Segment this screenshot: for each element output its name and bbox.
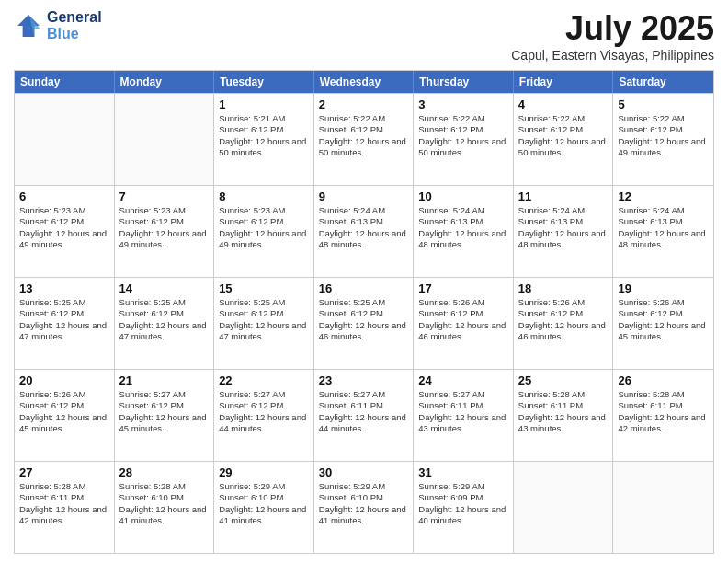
sunset-text: Sunset: 6:12 PM <box>518 308 609 319</box>
sunrise-text: Sunrise: 5:27 AM <box>219 389 309 400</box>
logo-icon <box>14 11 43 40</box>
calendar-cell: 20Sunrise: 5:26 AMSunset: 6:12 PMDayligh… <box>15 370 115 461</box>
sunset-text: Sunset: 6:11 PM <box>618 400 709 411</box>
sunrise-text: Sunrise: 5:26 AM <box>418 297 508 308</box>
sunrise-text: Sunrise: 5:23 AM <box>19 205 109 216</box>
sunrise-text: Sunrise: 5:29 AM <box>418 481 508 492</box>
sunset-text: Sunset: 6:10 PM <box>319 492 409 503</box>
sunrise-text: Sunrise: 5:28 AM <box>19 481 109 492</box>
calendar-row: 13Sunrise: 5:25 AMSunset: 6:12 PMDayligh… <box>15 277 713 369</box>
calendar-cell: 28Sunrise: 5:28 AMSunset: 6:10 PMDayligh… <box>115 462 215 553</box>
sunrise-text: Sunrise: 5:27 AM <box>119 389 210 400</box>
sunset-text: Sunset: 6:10 PM <box>119 492 210 503</box>
sunset-text: Sunset: 6:13 PM <box>319 216 409 227</box>
calendar-cell: 16Sunrise: 5:25 AMSunset: 6:12 PMDayligh… <box>314 278 415 369</box>
daylight-text: Daylight: 12 hours and 44 minutes. <box>219 412 309 435</box>
calendar-cell: 8Sunrise: 5:23 AMSunset: 6:12 PMDaylight… <box>214 186 314 277</box>
daylight-text: Daylight: 12 hours and 41 minutes. <box>319 504 409 527</box>
daylight-text: Daylight: 12 hours and 47 minutes. <box>219 320 309 343</box>
day-number: 30 <box>319 465 409 479</box>
sunrise-text: Sunrise: 5:26 AM <box>618 297 709 308</box>
sunset-text: Sunset: 6:11 PM <box>418 400 508 411</box>
daylight-text: Daylight: 12 hours and 47 minutes. <box>119 320 210 343</box>
sunset-text: Sunset: 6:12 PM <box>119 400 210 411</box>
calendar-cell: 29Sunrise: 5:29 AMSunset: 6:10 PMDayligh… <box>214 462 314 553</box>
calendar-cell: 21Sunrise: 5:27 AMSunset: 6:12 PMDayligh… <box>115 370 215 461</box>
day-number: 28 <box>119 465 210 479</box>
calendar-cell: 2Sunrise: 5:22 AMSunset: 6:12 PMDaylight… <box>314 94 415 185</box>
daylight-text: Daylight: 12 hours and 49 minutes. <box>119 228 210 251</box>
sunrise-text: Sunrise: 5:24 AM <box>319 205 409 216</box>
daylight-text: Daylight: 12 hours and 48 minutes. <box>418 228 508 251</box>
sunrise-text: Sunrise: 5:27 AM <box>418 389 508 400</box>
day-number: 3 <box>418 98 508 111</box>
calendar-cell <box>115 94 215 185</box>
calendar-cell: 15Sunrise: 5:25 AMSunset: 6:12 PMDayligh… <box>214 278 314 369</box>
daylight-text: Daylight: 12 hours and 50 minutes. <box>219 136 309 159</box>
sunrise-text: Sunrise: 5:28 AM <box>518 389 609 400</box>
header-day: Monday <box>115 71 215 93</box>
sunset-text: Sunset: 6:12 PM <box>418 308 508 319</box>
calendar-cell: 27Sunrise: 5:28 AMSunset: 6:11 PMDayligh… <box>15 462 115 553</box>
daylight-text: Daylight: 12 hours and 49 minutes. <box>618 136 709 159</box>
daylight-text: Daylight: 12 hours and 41 minutes. <box>119 504 210 527</box>
calendar-header: SundayMondayTuesdayWednesdayThursdayFrid… <box>15 71 713 93</box>
sunrise-text: Sunrise: 5:27 AM <box>319 389 409 400</box>
day-number: 12 <box>618 190 709 203</box>
calendar-row: 1Sunrise: 5:21 AMSunset: 6:12 PMDaylight… <box>15 93 713 185</box>
daylight-text: Daylight: 12 hours and 45 minutes. <box>618 320 709 343</box>
daylight-text: Daylight: 12 hours and 49 minutes. <box>19 228 109 251</box>
day-number: 4 <box>518 98 609 111</box>
calendar-cell: 9Sunrise: 5:24 AMSunset: 6:13 PMDaylight… <box>314 186 415 277</box>
day-number: 14 <box>119 282 210 295</box>
day-number: 20 <box>19 373 109 387</box>
sunset-text: Sunset: 6:12 PM <box>19 400 109 411</box>
daylight-text: Daylight: 12 hours and 46 minutes. <box>518 320 609 343</box>
calendar: SundayMondayTuesdayWednesdayThursdayFrid… <box>14 70 714 554</box>
day-number: 1 <box>219 98 309 111</box>
daylight-text: Daylight: 12 hours and 40 minutes. <box>418 504 508 527</box>
day-number: 25 <box>518 373 609 387</box>
sunset-text: Sunset: 6:12 PM <box>618 308 709 319</box>
sunrise-text: Sunrise: 5:25 AM <box>319 297 409 308</box>
daylight-text: Daylight: 12 hours and 43 minutes. <box>518 412 609 435</box>
daylight-text: Daylight: 12 hours and 44 minutes. <box>319 412 409 435</box>
sunset-text: Sunset: 6:11 PM <box>319 400 409 411</box>
day-number: 13 <box>19 282 109 295</box>
sunset-text: Sunset: 6:12 PM <box>219 400 309 411</box>
calendar-cell: 13Sunrise: 5:25 AMSunset: 6:12 PMDayligh… <box>15 278 115 369</box>
sunset-text: Sunset: 6:12 PM <box>19 308 109 319</box>
day-number: 8 <box>219 190 309 203</box>
calendar-cell: 31Sunrise: 5:29 AMSunset: 6:09 PMDayligh… <box>414 462 514 553</box>
header-day: Tuesday <box>214 71 314 93</box>
calendar-cell <box>613 462 713 553</box>
sunset-text: Sunset: 6:12 PM <box>618 124 709 135</box>
sunrise-text: Sunrise: 5:23 AM <box>119 205 210 216</box>
daylight-text: Daylight: 12 hours and 48 minutes. <box>319 228 409 251</box>
title-block: July 2025 Capul, Eastern Visayas, Philip… <box>511 9 714 63</box>
sunset-text: Sunset: 6:13 PM <box>518 216 609 227</box>
sunrise-text: Sunrise: 5:25 AM <box>219 297 309 308</box>
day-number: 7 <box>119 190 210 203</box>
calendar-cell: 4Sunrise: 5:22 AMSunset: 6:12 PMDaylight… <box>514 94 614 185</box>
day-number: 27 <box>19 465 109 479</box>
sunrise-text: Sunrise: 5:24 AM <box>618 205 709 216</box>
sunset-text: Sunset: 6:12 PM <box>219 124 309 135</box>
sunrise-text: Sunrise: 5:26 AM <box>518 297 609 308</box>
day-number: 22 <box>219 373 309 387</box>
calendar-cell: 23Sunrise: 5:27 AMSunset: 6:11 PMDayligh… <box>314 370 415 461</box>
day-number: 10 <box>418 190 508 203</box>
day-number: 15 <box>219 282 309 295</box>
header-day: Friday <box>514 71 614 93</box>
sunrise-text: Sunrise: 5:25 AM <box>119 297 210 308</box>
sunset-text: Sunset: 6:10 PM <box>219 492 309 503</box>
main-title: July 2025 <box>511 9 714 48</box>
calendar-cell: 3Sunrise: 5:22 AMSunset: 6:12 PMDaylight… <box>414 94 514 185</box>
calendar-cell: 24Sunrise: 5:27 AMSunset: 6:11 PMDayligh… <box>414 370 514 461</box>
day-number: 29 <box>219 465 309 479</box>
daylight-text: Daylight: 12 hours and 45 minutes. <box>119 412 210 435</box>
day-number: 24 <box>418 373 508 387</box>
header-day: Wednesday <box>314 71 415 93</box>
sunrise-text: Sunrise: 5:24 AM <box>418 205 508 216</box>
daylight-text: Daylight: 12 hours and 46 minutes. <box>319 320 409 343</box>
